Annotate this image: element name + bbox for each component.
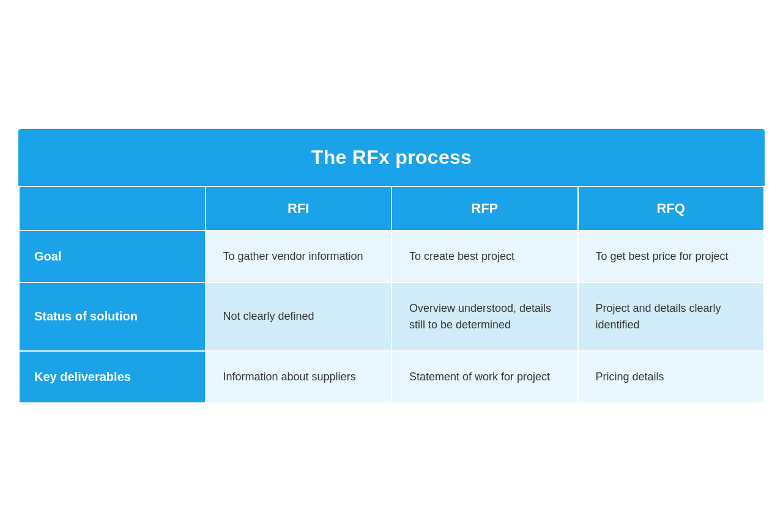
cell-rfp-1: Overview understood, details still to be… — [392, 283, 578, 351]
cell-rfq-2: Pricing details — [578, 351, 765, 403]
cell-rfi-1: Not clearly defined — [206, 283, 392, 351]
cell-rfq-0: To get best price for project — [578, 231, 765, 283]
title-section: The RFx process — [18, 129, 765, 186]
page-title: The RFx process — [311, 146, 472, 168]
cell-rfi-0: To gather vendor information — [206, 231, 392, 283]
cell-rfq-1: Project and details clearly identified — [578, 283, 765, 351]
cell-rfp-0: To create best project — [392, 231, 578, 283]
table-row: Status of solutionNot clearly definedOve… — [19, 283, 764, 351]
cell-rfi-2: Information about suppliers — [206, 351, 392, 403]
header-col-rfp: RFP — [392, 187, 578, 231]
header-col-rfi: RFI — [206, 187, 392, 231]
header-col-label — [19, 187, 206, 231]
cell-rfp-2: Statement of work for project — [392, 351, 578, 403]
table-row: Key deliverablesInformation about suppli… — [19, 351, 764, 403]
table-row: GoalTo gather vendor informationTo creat… — [19, 231, 764, 283]
header-col-rfq: RFQ — [578, 187, 765, 231]
rfx-table-container: The RFx process RFI RFP RFQ GoalTo gathe… — [18, 129, 765, 404]
row-label-2: Key deliverables — [19, 351, 206, 403]
row-label-0: Goal — [19, 231, 206, 283]
row-label-1: Status of solution — [19, 283, 206, 351]
table-header-row: RFI RFP RFQ — [19, 187, 764, 231]
rfx-table: RFI RFP RFQ GoalTo gather vendor informa… — [18, 186, 765, 404]
